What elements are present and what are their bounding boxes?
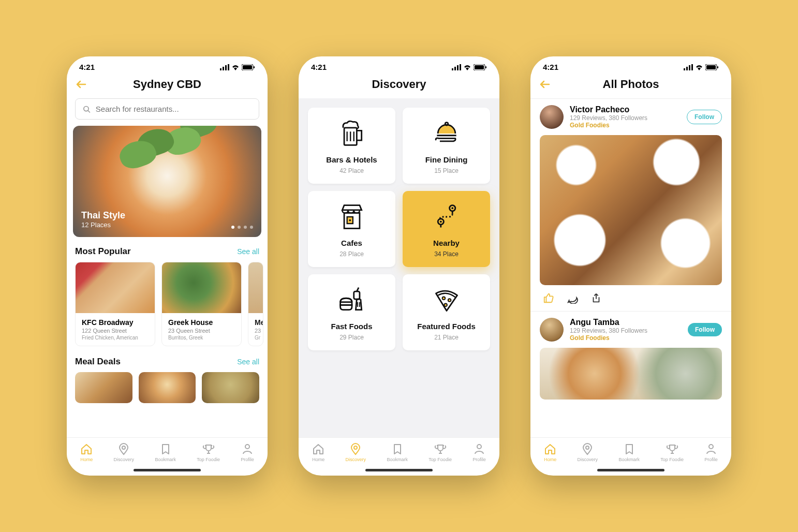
svg-rect-6 [254, 66, 255, 68]
restaurant-card[interactable]: Me 23 Gr [248, 262, 263, 346]
user-stats: 129 Reviews, 380 Followers [570, 327, 682, 334]
wifi-icon [231, 64, 240, 70]
nav-topfoodie[interactable]: Top Foodie [428, 443, 452, 462]
restaurant-info: Me 23 Gr [248, 313, 263, 346]
see-all-link[interactable]: See all [237, 358, 259, 366]
dot[interactable] [244, 226, 247, 229]
restaurant-card[interactable]: KFC Broadway 122 Queen Street Fried Chic… [75, 262, 155, 346]
nav-label: Top Foodie [660, 457, 684, 462]
nav-label: Home [312, 457, 324, 462]
content: Thai Style 12 Places Most Popular See al… [67, 126, 268, 437]
restaurant-info: KFC Broadway 122 Queen Street Fried Chic… [76, 313, 155, 346]
svg-rect-41 [686, 67, 688, 70]
signal-icon [452, 64, 461, 70]
back-button[interactable] [75, 78, 87, 91]
nav-bookmark[interactable]: Bookmark [155, 443, 176, 462]
dot[interactable] [250, 226, 253, 229]
like-icon[interactable] [543, 292, 554, 304]
category-cafes[interactable]: Cafes 28 Place [308, 191, 395, 267]
deal-card[interactable] [139, 372, 196, 403]
avatar[interactable] [540, 318, 564, 342]
bookmark-icon [159, 443, 172, 455]
user-row: Victor Pacheco 129 Reviews, 380 Follower… [530, 99, 731, 135]
svg-point-47 [586, 446, 589, 449]
bottom-nav: Home Discovery Bookmark Top Foodie Profi… [67, 437, 268, 464]
svg-rect-42 [689, 65, 690, 70]
restaurant-tags: Burritos, Greek [168, 335, 235, 341]
battery-icon [474, 64, 487, 70]
nav-discovery[interactable]: Discovery [114, 443, 135, 462]
dot[interactable] [231, 226, 234, 229]
category-fast-foods[interactable]: Fast Foods 29 Place [308, 274, 395, 350]
nav-discovery[interactable]: Discovery [346, 443, 366, 462]
svg-rect-3 [228, 64, 229, 70]
phone-screen-discovery: 4:21 Discovery Bars & Hotels 42 Place Fi… [299, 56, 499, 476]
signal-icon [684, 64, 693, 70]
home-indicator[interactable] [530, 464, 731, 476]
comment-icon[interactable] [567, 292, 578, 304]
nav-home[interactable]: Home [312, 443, 324, 462]
pin-icon [117, 443, 130, 455]
nav-bookmark[interactable]: Bookmark [387, 443, 408, 462]
cafe-icon [337, 202, 366, 231]
status-time: 4:21 [311, 63, 327, 71]
content: Victor Pacheco 129 Reviews, 380 Follower… [530, 99, 731, 437]
deal-card[interactable] [202, 372, 259, 403]
wifi-icon [463, 64, 471, 70]
category-subtitle: 42 Place [339, 167, 364, 174]
restaurant-card[interactable]: Greek House 23 Queen Street Burritos, Gr… [161, 262, 242, 346]
user-badge: Gold Foodies [570, 334, 682, 342]
search-field[interactable] [96, 105, 252, 113]
svg-point-7 [84, 106, 88, 111]
restaurant-address: 122 Queen Street [82, 328, 149, 334]
search-input[interactable] [75, 98, 259, 120]
follow-button[interactable]: Follow [688, 323, 722, 336]
svg-point-39 [477, 445, 481, 449]
user-name: Victor Pacheco [570, 105, 681, 114]
nav-profile[interactable]: Profile [241, 443, 254, 462]
see-all-link[interactable]: See all [237, 247, 259, 256]
nav-topfoodie[interactable]: Top Foodie [197, 443, 220, 462]
svg-point-26 [349, 219, 351, 221]
svg-rect-12 [454, 67, 456, 70]
svg-rect-1 [223, 67, 224, 70]
deal-row [67, 372, 268, 403]
header: All Photos [530, 73, 731, 98]
category-featured-foods[interactable]: Featured Foods 21 Place [403, 274, 490, 350]
category-nearby[interactable]: Nearby 34 Place [403, 191, 490, 267]
photo-grid[interactable] [540, 135, 722, 285]
photo-grid[interactable] [540, 348, 722, 400]
user-stats: 129 Reviews, 380 Followers [570, 114, 681, 122]
search-icon [83, 105, 91, 113]
nav-profile[interactable]: Profile [704, 443, 718, 462]
bottom-nav: Home Discovery Bookmark Top Foodie Profi… [530, 437, 731, 464]
dot[interactable] [238, 226, 241, 229]
home-icon [544, 443, 556, 455]
nav-home[interactable]: Home [80, 443, 93, 462]
hero-subtitle: 12 Places [81, 221, 253, 229]
category-fine-dining[interactable]: Fine Dining 15 Place [403, 108, 490, 184]
home-indicator[interactable] [67, 464, 268, 476]
back-button[interactable] [539, 78, 551, 91]
follow-button[interactable]: Follow [687, 110, 722, 124]
section-title: Meal Deals [75, 357, 121, 367]
nav-profile[interactable]: Profile [472, 443, 486, 462]
deal-card[interactable] [75, 372, 132, 403]
share-icon[interactable] [590, 292, 602, 304]
nav-bookmark[interactable]: Bookmark [618, 443, 640, 462]
nav-label: Profile [704, 457, 718, 462]
nav-topfoodie[interactable]: Top Foodie [660, 443, 684, 462]
section-header-popular: Most Popular See all [67, 245, 268, 262]
svg-point-48 [709, 445, 713, 449]
svg-point-9 [122, 446, 125, 449]
svg-point-38 [354, 446, 357, 449]
svg-line-8 [88, 110, 90, 112]
hero-card[interactable]: Thai Style 12 Places [73, 126, 261, 237]
nav-discovery[interactable]: Discovery [578, 443, 598, 462]
nav-home[interactable]: Home [544, 443, 556, 462]
category-bars-hotels[interactable]: Bars & Hotels 42 Place [308, 108, 395, 184]
restaurant-name: Me [255, 318, 257, 327]
status-icons [220, 64, 255, 70]
home-indicator[interactable] [299, 464, 499, 476]
avatar[interactable] [540, 105, 564, 129]
